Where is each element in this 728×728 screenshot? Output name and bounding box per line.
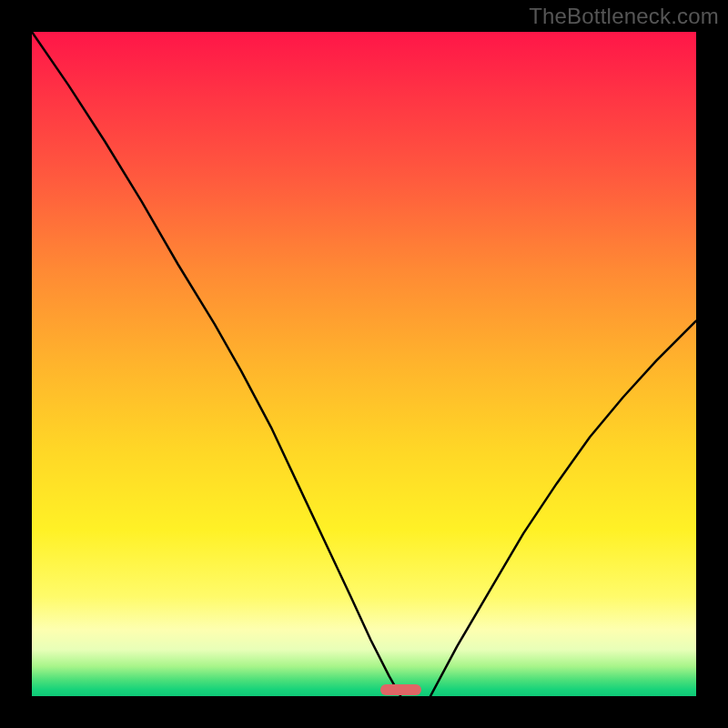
bottleneck-curve	[32, 32, 696, 696]
curve-left-branch	[32, 32, 400, 696]
gradient-plot-area	[32, 32, 696, 696]
watermark-text: TheBottleneck.com	[529, 4, 719, 29]
curve-right-branch	[430, 321, 696, 696]
optimal-marker	[380, 684, 421, 695]
chart-frame: TheBottleneck.com	[0, 0, 728, 728]
